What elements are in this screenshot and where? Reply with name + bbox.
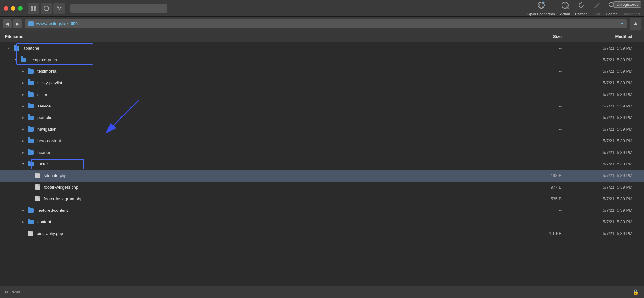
table-row[interactable]: ▶featured-content--5/7/21, 5:39 PM [0, 205, 644, 216]
size-text: -- [526, 127, 574, 132]
bookmarks-icon-btn[interactable] [28, 3, 39, 14]
path-folder-icon [28, 21, 34, 26]
table-row[interactable]: ▶navigation--5/7/21, 5:39 PM [0, 124, 644, 135]
chevron-icon[interactable]: ▶ [21, 93, 24, 96]
chevron-icon[interactable]: ▶ [21, 139, 24, 143]
svg-rect-1 [34, 6, 36, 9]
chevron-icon[interactable]: ▾ [14, 58, 17, 61]
search-label: Search [606, 12, 618, 16]
chevron-icon[interactable]: ▶ [21, 127, 24, 131]
minimize-button[interactable] [11, 6, 15, 11]
chevron-icon[interactable]: ▶ [21, 81, 24, 85]
folder-icon [28, 208, 34, 213]
folder-icon [14, 46, 19, 51]
size-text: 198 B [526, 173, 574, 178]
unregistered-badge: Unregistered [613, 1, 641, 8]
size-text: -- [526, 219, 574, 224]
modified-text: 5/7/21, 5:39 PM [574, 104, 639, 108]
size-text: -- [526, 46, 574, 51]
table-row[interactable]: ▶hero-content--5/7/21, 5:39 PM [0, 135, 644, 147]
lock-icon: 🔒 [632, 289, 639, 295]
folder-icon [28, 127, 34, 132]
modified-column-header[interactable]: Modified [574, 34, 639, 39]
table-row[interactable]: site-info.php198 B5/7/21, 5:39 PM [0, 170, 644, 182]
table-row[interactable]: ▶sticky-playlist--5/7/21, 5:39 PM [0, 77, 644, 89]
chevron-icon[interactable]: ▶ [21, 220, 24, 224]
filename-text: header [37, 150, 50, 155]
path-dropdown-icon[interactable]: ▾ [621, 21, 623, 26]
chevron-icon[interactable]: ▶ [21, 151, 24, 154]
history-icon-btn[interactable] [41, 3, 52, 14]
svg-point-16 [609, 2, 613, 7]
size-text: -- [526, 57, 574, 62]
folder-icon [28, 139, 34, 143]
table-row[interactable]: footer-instagram.php535 B5/7/21, 5:39 PM [0, 193, 644, 205]
filename-text: service [37, 104, 51, 108]
path-bar[interactable]: /www/testingsitex_556 ▾ [25, 19, 627, 28]
chevron-icon[interactable]: ▶ [21, 70, 24, 73]
forward-button[interactable]: ▶ [13, 19, 22, 28]
svg-point-14 [566, 6, 569, 9]
table-row[interactable]: ▶portfolio--5/7/21, 5:39 PM [0, 112, 644, 124]
edit-label: Edit [594, 12, 600, 16]
table-row[interactable]: biography.php1.1 KB5/7/21, 5:39 PM [0, 228, 644, 239]
size-text: -- [526, 104, 574, 108]
size-column-header[interactable]: Size [526, 34, 574, 39]
filename-text: testimonial [37, 69, 57, 74]
action-button[interactable]: Action [560, 1, 570, 16]
table-row[interactable]: footer-widgets.php977 B5/7/21, 5:39 PM [0, 182, 644, 193]
filename-text: portfolio [37, 115, 52, 120]
size-text: 977 B [526, 185, 574, 190]
table-row[interactable]: ▶testimonial--5/7/21, 5:39 PM [0, 66, 644, 77]
svg-rect-13 [565, 5, 565, 7]
refresh-button[interactable]: Refresh [575, 1, 588, 16]
titlebar: + Open Connection Action [0, 0, 644, 17]
modified-text: 5/7/21, 5:39 PM [574, 173, 639, 178]
filename-column-header[interactable]: Filename [5, 34, 526, 39]
edit-button[interactable]: Edit [593, 1, 601, 16]
modified-text: 5/7/21, 5:39 PM [574, 138, 639, 143]
filename-text: biography.php [37, 231, 63, 236]
file-icon [35, 196, 40, 201]
chevron-icon[interactable]: ▶ [21, 209, 24, 212]
table-row[interactable]: ▶slider--5/7/21, 5:39 PM [0, 89, 644, 100]
filename-text: abletone [23, 46, 39, 51]
table-row[interactable]: ▶content--5/7/21, 5:39 PM [0, 216, 644, 228]
edit-icon [593, 1, 601, 11]
table-row[interactable]: ▾footer--5/7/21, 5:39 PM [0, 158, 644, 170]
chevron-icon[interactable]: ▾ [7, 46, 10, 50]
refresh-label: Refresh [575, 12, 588, 16]
filename-text: sticky-playlist [37, 80, 62, 85]
maximize-button[interactable] [18, 6, 23, 11]
filename-text: footer-widgets.php [44, 185, 78, 190]
upload-button[interactable]: ▲ [630, 18, 641, 30]
back-button[interactable]: ◀ [3, 19, 12, 28]
modified-text: 5/7/21, 5:39 PM [574, 185, 639, 190]
svg-rect-3 [34, 9, 36, 11]
table-row[interactable]: ▾template-parts--5/7/21, 5:39 PM [0, 54, 644, 66]
table-row[interactable]: ▾abletone--5/7/21, 5:39 PM [0, 42, 644, 54]
chevron-icon[interactable]: ▾ [21, 162, 24, 166]
svg-rect-0 [31, 6, 33, 9]
folder-icon [28, 150, 34, 155]
chevron-icon[interactable]: ▶ [21, 104, 24, 108]
open-connection-button[interactable]: + Open Connection [527, 1, 555, 16]
close-button[interactable] [4, 6, 8, 11]
history-icon [43, 5, 50, 12]
folder-icon [21, 58, 26, 62]
size-text: -- [526, 115, 574, 120]
size-text: -- [526, 150, 574, 155]
folder-icon [28, 162, 34, 166]
modified-text: 5/7/21, 5:39 PM [574, 150, 639, 155]
chevron-icon[interactable]: ▶ [21, 116, 24, 119]
activity-icon-btn[interactable] [53, 3, 65, 14]
titlebar-icons [28, 3, 65, 14]
items-count: 80 Items [5, 290, 20, 294]
table-row[interactable]: ▶service--5/7/21, 5:39 PM [0, 100, 644, 112]
table-row[interactable]: ▶header--5/7/21, 5:39 PM [0, 147, 644, 158]
open-connection-icon: + [537, 1, 545, 11]
modified-text: 5/7/21, 5:39 PM [574, 46, 639, 51]
modified-text: 5/7/21, 5:39 PM [574, 92, 639, 97]
filename-text: navigation [37, 127, 56, 132]
filename-text: slider [37, 92, 47, 97]
